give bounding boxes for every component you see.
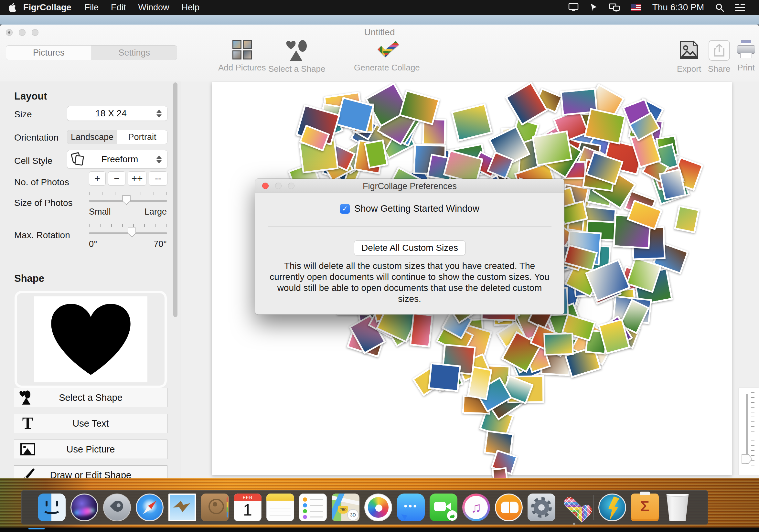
display-mirroring-icon[interactable] [568,3,579,12]
dock-itunes-icon[interactable]: ♫ [462,494,490,521]
screen-capture-icon[interactable] [590,3,598,12]
use-text-label: Use Text [14,418,167,429]
dock-finder-icon[interactable] [38,494,66,521]
collage-photo[interactable] [544,332,574,356]
menu-window[interactable]: Window [132,3,176,13]
dock-facetime-icon[interactable] [430,494,458,521]
size-dropdown[interactable]: 18 X 24 [67,106,168,121]
collage-photo[interactable] [492,467,508,478]
canvas-zoom-panel [739,388,759,475]
menu-clock[interactable]: Thu 6:30 PM [652,2,704,13]
dock-messages-icon[interactable]: ••• [397,494,425,521]
select-a-shape-label: Select a Shape [14,392,167,403]
use-text-button[interactable]: T Use Text [14,414,168,433]
collage-photo[interactable] [410,313,433,347]
dock-photos-icon[interactable] [364,494,392,521]
getting-started-checkbox-row[interactable]: ✓ Show Getting Started Window [255,203,564,214]
dock-mail-icon[interactable] [168,494,196,521]
tab-pictures[interactable]: Pictures [6,46,92,60]
cell-style-dropdown[interactable]: Freeform [67,150,168,169]
add-pictures-label: Add Pictures [218,63,266,73]
calendar-month-text: FEB [234,494,261,501]
text-icon: T [20,416,36,431]
mode-tabs: Pictures Settings [6,45,177,60]
stepper-arrows-icon [155,110,163,118]
dock-launchpad-icon[interactable] [103,494,131,521]
dock: FEB1 2803D ••• ♫ Σ [21,490,708,525]
delete-custom-sizes-button[interactable]: Delete All Custom Sizes [354,241,465,255]
menu-app-name[interactable]: FigrCollage [16,3,79,13]
window-title: Untitled [0,27,759,37]
collage-photo[interactable] [532,130,573,166]
menu-help[interactable]: Help [176,3,206,13]
rotation-min-label: 0° [89,239,97,249]
calendar-day-text: 1 [234,501,261,519]
menu-edit[interactable]: Edit [105,3,132,13]
dock-siri-icon[interactable] [70,494,98,521]
stepper-arrows-icon [155,155,163,164]
dock-system-preferences-icon[interactable] [528,494,555,521]
getting-started-checkbox[interactable]: ✓ [340,204,350,214]
dock-contacts-icon[interactable] [201,494,229,521]
input-language-flag-icon[interactable] [631,4,641,11]
orientation-portrait[interactable]: Portrait [117,130,167,144]
photos-plus-button[interactable]: + [89,171,106,185]
draw-edit-shape-label: Draw or Edit Shape [14,470,167,479]
brush-icon [20,467,36,478]
collage-photo[interactable] [674,205,700,233]
sidebar-scrollbar[interactable] [173,82,178,317]
draw-edit-shape-button[interactable]: Draw or Edit Shape [14,466,168,478]
heart-shape-icon [50,302,132,377]
export-button[interactable]: Export [677,40,701,74]
sidebar-divider [0,256,180,256]
orientation-landscape[interactable]: Landscape [67,130,117,144]
dock-safari-icon[interactable] [136,494,164,521]
select-a-shape-button[interactable]: Select a Shape [14,388,168,407]
desktop-wallpaper-top [0,15,759,24]
use-picture-label: Use Picture [14,444,167,455]
share-button[interactable]: Share [708,40,730,74]
size-slider-thumb[interactable] [122,195,131,205]
rotation-max-label: 70° [153,239,167,249]
cell-style-label: Cell Style [14,156,52,166]
spotlight-search-icon[interactable] [715,3,724,12]
dock-reminders-icon[interactable] [299,494,327,521]
layout-heading: Layout [14,91,47,102]
print-button[interactable]: Print [737,40,756,73]
size-value: 18 X 24 [67,108,155,119]
dock-ibooks-icon[interactable] [495,494,523,521]
canvas-zoom-track[interactable] [746,394,748,464]
displays-icon[interactable] [609,3,620,12]
settings-sidebar: Layout Size 18 X 24 Orientation Landscap… [0,81,180,478]
add-pictures-icon [232,40,252,59]
dock-trash-icon[interactable] [664,494,692,521]
use-picture-button[interactable]: Use Picture [14,439,168,459]
collage-photo[interactable] [428,362,460,392]
dock-sigma-folder-icon[interactable]: Σ [631,494,659,521]
size-min-label: Small [89,207,111,217]
rotation-slider-thumb[interactable] [128,228,136,237]
dock-maps-icon[interactable]: 2803D [332,494,359,521]
menu-bar: FigrCollage File Edit Window Help Thu 6:… [0,0,759,15]
add-pictures-button[interactable]: Add Pictures [218,40,266,73]
photos-minusminus-button[interactable]: -- [149,171,168,185]
notification-center-icon[interactable] [735,3,745,12]
menu-file[interactable]: File [79,3,105,13]
canvas-zoom-thumb[interactable] [741,454,752,465]
dock-notes-icon[interactable] [266,494,294,521]
tab-settings[interactable]: Settings [92,46,177,60]
select-shape-button[interactable]: Select a Shape [268,40,325,74]
photos-minus-button[interactable]: − [108,171,125,185]
delete-description-text: This will delete all the custom sizes th… [266,260,553,304]
generate-collage-button[interactable]: Generate Collage [354,40,420,73]
orientation-segmented-control: Landscape Portrait [67,130,168,144]
dock-figrcollage-icon[interactable] [560,494,588,521]
photos-plusplus-button[interactable]: ++ [128,171,146,185]
num-photos-label: No. of Photos [14,177,69,187]
dock-lightning-app-icon[interactable] [598,494,626,521]
cell-style-value: Freeform [85,154,155,165]
shapes-icon [20,392,31,403]
dialog-titlebar[interactable]: FigrCollage Preferences [255,179,564,193]
apple-menu-icon[interactable] [8,3,16,12]
dock-calendar-icon[interactable]: FEB1 [234,494,261,521]
